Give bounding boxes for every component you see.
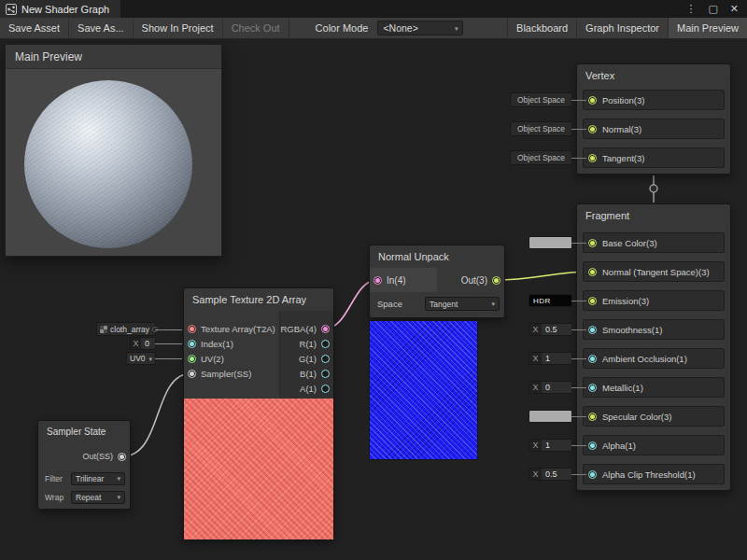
r-port[interactable] bbox=[321, 340, 330, 348]
smoothness-port[interactable] bbox=[588, 326, 597, 334]
metallic-port[interactable] bbox=[588, 384, 597, 392]
in-port[interactable] bbox=[374, 276, 382, 285]
input-sampler[interactable]: Sampler(SS) bbox=[188, 366, 251, 381]
vertex-row-normal[interactable]: Normal(3) Object Space bbox=[583, 119, 725, 139]
ambient-occlusion-port[interactable] bbox=[588, 355, 597, 363]
output-b[interactable]: B(1) bbox=[300, 366, 330, 381]
rgba-port[interactable] bbox=[321, 325, 330, 333]
specular-color-swatch[interactable] bbox=[529, 410, 572, 423]
fragment-node[interactable]: Fragment Base Color(3) Normal (Tangent S… bbox=[576, 203, 731, 491]
in-label: In(4) bbox=[387, 275, 406, 286]
fragment-row-emission[interactable]: Emission(3) HDR bbox=[583, 290, 725, 311]
texture-array-port[interactable] bbox=[188, 325, 196, 333]
uv-port[interactable] bbox=[188, 355, 196, 363]
color-mode-dropdown[interactable]: <None> ▾ bbox=[377, 21, 463, 35]
space-dropdown[interactable]: Tangent ▾ bbox=[425, 297, 500, 311]
window-title: New Shader Graph bbox=[21, 4, 109, 15]
normal-port[interactable] bbox=[588, 125, 597, 133]
alpha-clip-port[interactable] bbox=[588, 470, 597, 479]
vertex-row-position[interactable]: Position(3) Object Space bbox=[583, 90, 725, 110]
wrap-row: Wrap Repeat ▾ bbox=[45, 490, 125, 504]
main-preview-title[interactable]: Main Preview bbox=[6, 45, 221, 69]
object-picker-icon[interactable] bbox=[152, 327, 158, 332]
smoothness-field[interactable]: X 0.5 bbox=[529, 323, 572, 336]
save-as-button[interactable]: Save As... bbox=[69, 18, 134, 38]
sample-texture-2d-array-node[interactable]: Sample Texture 2D Array Texture Array(T2… bbox=[183, 287, 334, 539]
output-a[interactable]: A(1) bbox=[300, 381, 330, 396]
fragment-row-alpha-clip[interactable]: Alpha Clip Threshold(1) X 0.5 bbox=[583, 464, 725, 484]
emission-port[interactable] bbox=[588, 297, 597, 305]
graph-inspector-button[interactable]: Graph Inspector bbox=[576, 18, 668, 38]
fragment-row-metallic[interactable]: Metallic(1) X 0 bbox=[583, 377, 725, 398]
normal-tangent-port[interactable] bbox=[588, 268, 597, 276]
vertex-row-tangent[interactable]: Tangent(3) Object Space bbox=[583, 147, 725, 168]
fragment-row-ambient-occlusion[interactable]: Ambient Occlusion(1) X 1 bbox=[583, 348, 725, 369]
x-label: X bbox=[529, 353, 542, 364]
a-port[interactable] bbox=[321, 385, 330, 393]
emission-hdr-swatch[interactable]: HDR bbox=[529, 294, 572, 307]
position-port[interactable] bbox=[588, 96, 597, 105]
sampler-port[interactable] bbox=[188, 370, 196, 378]
fragment-row-base-color[interactable]: Base Color(3) bbox=[583, 232, 725, 253]
base-color-port[interactable] bbox=[588, 239, 597, 247]
normal-unpack-node[interactable]: Normal Unpack In(4) Out(3) Space Tangent… bbox=[369, 245, 505, 460]
input-texture-array[interactable]: Texture Array(T2A) bbox=[188, 321, 275, 336]
out-port[interactable] bbox=[492, 276, 500, 285]
specular-color-port[interactable] bbox=[588, 413, 597, 421]
input-index[interactable]: Index(1) bbox=[188, 336, 233, 351]
b-port[interactable] bbox=[321, 370, 330, 378]
base-color-swatch[interactable] bbox=[529, 236, 572, 249]
position-space-dropdown[interactable]: Object Space bbox=[510, 92, 572, 107]
save-asset-button[interactable]: Save Asset bbox=[0, 18, 69, 38]
output-r[interactable]: R(1) bbox=[300, 336, 330, 351]
fragment-row-specular-color[interactable]: Specular Color(3) bbox=[583, 406, 725, 427]
wrap-dropdown[interactable]: Repeat ▾ bbox=[71, 491, 125, 504]
in-slot[interactable]: In(4) bbox=[370, 268, 437, 292]
tangent-port[interactable] bbox=[588, 154, 597, 162]
texture-array-label: Texture Array(T2A) bbox=[201, 324, 275, 334]
vertex-node[interactable]: Vertex Position(3) Object Space Normal(3… bbox=[576, 63, 731, 175]
wrap-value: Repeat bbox=[76, 493, 101, 502]
ambient-occlusion-field[interactable]: X 1 bbox=[529, 352, 572, 365]
index-field[interactable]: X 0 bbox=[130, 337, 156, 350]
blackboard-button[interactable]: Blackboard bbox=[507, 18, 576, 38]
show-in-project-button[interactable]: Show In Project bbox=[134, 18, 223, 38]
alpha-field[interactable]: X 1 bbox=[529, 439, 572, 452]
main-preview-button[interactable]: Main Preview bbox=[668, 18, 747, 38]
metallic-field[interactable]: X 0 bbox=[529, 381, 572, 394]
output-rgba[interactable]: RGBA(4) bbox=[280, 321, 330, 336]
texture-array-field[interactable]: cloth_array bbox=[96, 322, 156, 336]
out-ss-port[interactable] bbox=[118, 453, 126, 461]
close-icon[interactable]: ✕ bbox=[730, 3, 739, 15]
g-port[interactable] bbox=[321, 355, 330, 363]
window-tab[interactable]: New Shader Graph bbox=[0, 0, 120, 18]
index-port[interactable] bbox=[188, 340, 196, 348]
ambient-occlusion-value: 1 bbox=[542, 353, 571, 364]
chevron-down-icon: ▾ bbox=[117, 475, 120, 482]
sampler-out-row[interactable]: Out(SS) bbox=[82, 449, 126, 464]
uv-channel-dropdown[interactable]: UV0 ▾ bbox=[126, 352, 156, 365]
tangent-space-dropdown[interactable]: Object Space bbox=[510, 150, 572, 165]
main-preview-panel[interactable]: Main Preview bbox=[5, 44, 222, 257]
fragment-row-alpha[interactable]: Alpha(1) X 1 bbox=[583, 435, 725, 455]
main-preview-viewport[interactable] bbox=[6, 69, 221, 256]
normal-space-dropdown[interactable]: Object Space bbox=[510, 121, 572, 136]
output-g[interactable]: G(1) bbox=[299, 351, 330, 366]
kebab-menu-icon[interactable]: ⋮ bbox=[685, 3, 696, 15]
sampler-state-node[interactable]: Sampler State Out(SS) Filter Trilinear ▾… bbox=[37, 420, 131, 510]
fragment-node-title: Fragment bbox=[577, 204, 730, 227]
fragment-row-smoothness[interactable]: Smoothness(1) X 0.5 bbox=[583, 319, 725, 340]
input-uv[interactable]: UV(2) bbox=[188, 351, 224, 366]
smoothness-label: Smoothness(1) bbox=[602, 325, 662, 335]
out-slot[interactable]: Out(3) bbox=[461, 268, 504, 292]
maximize-icon[interactable]: ▢ bbox=[708, 3, 717, 15]
fragment-row-normal[interactable]: Normal (Tangent Space)(3) bbox=[583, 261, 725, 282]
alpha-port[interactable] bbox=[588, 441, 597, 450]
filter-dropdown[interactable]: Trilinear ▾ bbox=[71, 472, 125, 485]
alpha-clip-field[interactable]: X 0.5 bbox=[529, 468, 572, 481]
chevron-down-icon: ▾ bbox=[148, 356, 152, 362]
space-value: Tangent bbox=[430, 300, 458, 309]
graph-canvas[interactable]: Main Preview Vertex Position(3) Object S… bbox=[0, 39, 747, 560]
edge-samplerstate-to-sampler[interactable] bbox=[122, 373, 191, 456]
uv-channel-value: UV0 bbox=[130, 354, 146, 363]
